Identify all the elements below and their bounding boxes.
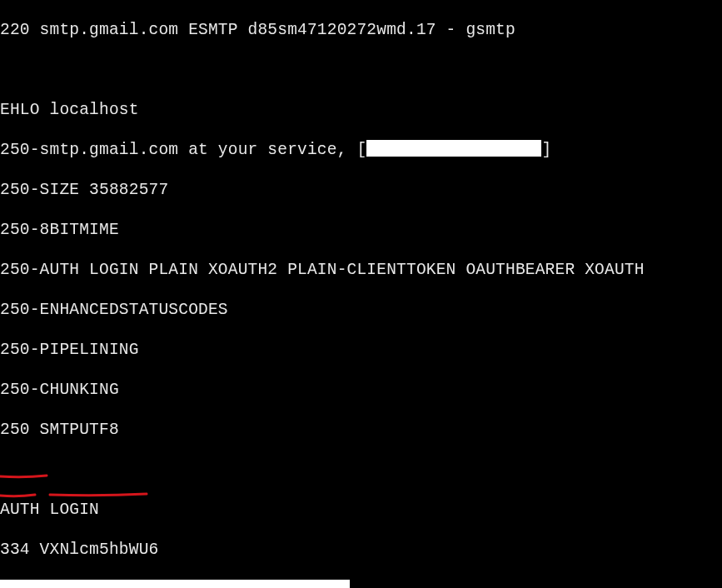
redacted-username [0, 580, 350, 588]
text-segment: ] [541, 141, 551, 159]
redacted-ip [366, 140, 541, 157]
smtp-line: 250-SIZE 35882577 [0, 180, 722, 200]
smtp-line: 250 SMTPUTF8 [0, 420, 722, 440]
text-segment: 250-smtp.gmail.com at your service, [ [0, 141, 366, 159]
smtp-line: 250-PIPELINING [0, 340, 722, 360]
annotation-underline [50, 494, 147, 496]
smtp-line: 250-AUTH LOGIN PLAIN XOAUTH2 PLAIN-CLIEN… [0, 260, 722, 280]
smtp-line: 334 VXNlcm5hbWU6 [0, 540, 722, 560]
annotation-underline [0, 495, 35, 496]
blank-line [0, 60, 722, 80]
smtp-line: AUTH LOGIN [0, 500, 722, 520]
blank-line [0, 460, 722, 480]
smtp-line: 250-smtp.gmail.com at your service, [] [0, 140, 722, 160]
smtp-line: 250-ENHANCEDSTATUSCODES [0, 300, 722, 320]
smtp-line: EHLO localhost [0, 100, 722, 120]
smtp-line: 250-CHUNKING [0, 380, 722, 400]
terminal-output: 220 smtp.gmail.com ESMTP d85sm47120272wm… [0, 0, 722, 588]
smtp-line: 220 smtp.gmail.com ESMTP d85sm47120272wm… [0, 20, 722, 40]
smtp-line [0, 580, 722, 588]
smtp-line: 250-8BITMIME [0, 220, 722, 240]
